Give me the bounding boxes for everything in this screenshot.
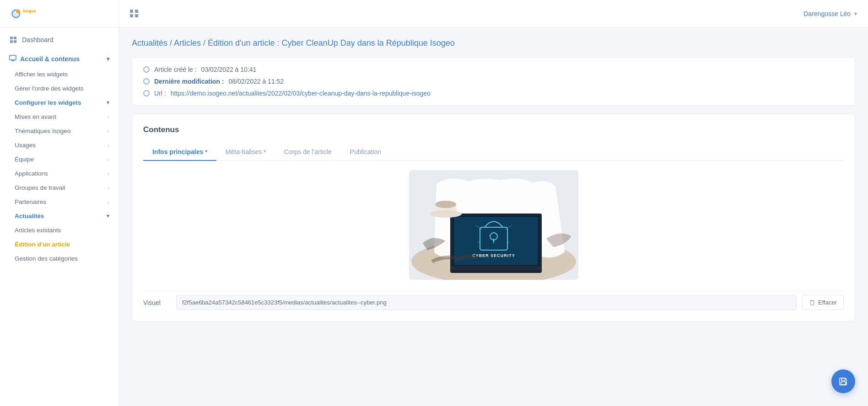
save-fab-button[interactable] (831, 369, 855, 393)
tab-meta-balises[interactable]: Méta-balises * (216, 144, 275, 161)
sidebar-item-usages[interactable]: Usages › (0, 138, 119, 152)
svg-rect-4 (10, 37, 13, 39)
required-star: * (205, 149, 207, 155)
logo-area: isogeo (0, 0, 119, 27)
chevron-right-icon: › (108, 199, 109, 205)
sidebar-item-equipe[interactable]: Équipe › (0, 152, 119, 166)
modified-label: Dernière modification : (154, 78, 224, 85)
sidebar-item-dashboard-label: Dashboard (22, 36, 54, 43)
sidebar-item-gestion-categories[interactable]: Gestion des catégories (0, 251, 119, 266)
sidebar-item-edition-article[interactable]: Édition d'un article (0, 237, 119, 251)
sidebar-item-articles-existants[interactable]: Articles existants (0, 223, 119, 237)
content-card: Contenus Infos principales * Méta-balise… (132, 114, 855, 321)
chevron-down-icon: ▾ (107, 56, 109, 62)
topbar-left (130, 10, 138, 18)
save-icon (838, 376, 848, 386)
cyber-image-svg: CYBER SECURITY (409, 170, 578, 280)
chevron-right-icon: › (108, 143, 109, 148)
svg-rect-9 (11, 60, 14, 61)
user-chevron-icon[interactable]: ▾ (854, 11, 857, 17)
svg-rect-6 (10, 40, 13, 43)
circle-icon (143, 66, 150, 73)
effacer-button[interactable]: Effacer (802, 295, 844, 310)
tabs-bar: Infos principales * Méta-balises * Corps… (143, 144, 844, 161)
isogeo-logo: isogeo (9, 5, 50, 22)
breadcrumb: Actualités / Articles / Édition d'un art… (132, 38, 855, 48)
info-row-created: Article créé le : 03/02/2022 à 10:41 (143, 66, 844, 73)
content-card-title: Contenus (143, 125, 844, 134)
sidebar-item-partenaires[interactable]: Partenaires › (0, 195, 119, 209)
sidebar: isogeo Dashboard Accueil & contenus ▾ Af… (0, 0, 119, 406)
required-star: * (264, 149, 266, 155)
article-url-link[interactable]: https://demo.isogeo.net/actualites/2022/… (171, 90, 431, 97)
svg-rect-7 (14, 40, 16, 43)
modified-date: 08/02/2022 à 11:52 (228, 78, 284, 85)
chevron-right-icon: › (108, 171, 109, 176)
sidebar-item-accueil[interactable]: Accueil & contenus ▾ (0, 50, 119, 67)
chevron-right-icon: › (108, 157, 109, 162)
article-image: CYBER SECURITY (409, 170, 578, 280)
sidebar-item-groupes[interactable]: Groupes de travail › (0, 181, 119, 195)
chevron-right-icon: › (108, 185, 109, 191)
topbar-right: Darengosse Léo ▾ (803, 10, 857, 17)
sidebar-item-accueil-label: Accueil & contenus (20, 55, 80, 63)
sidebar-navigation: Dashboard Accueil & contenus ▾ Afficher … (0, 27, 119, 271)
main-area: Darengosse Léo ▾ Actualités / Articles /… (119, 0, 868, 406)
svg-rect-5 (14, 37, 16, 39)
url-label: Url : (154, 90, 166, 97)
tab-publication[interactable]: Publication (341, 144, 391, 161)
sidebar-item-applications[interactable]: Applications › (0, 166, 119, 181)
chevron-right-icon: › (108, 128, 109, 134)
info-card: Article créé le : 03/02/2022 à 10:41 Der… (132, 57, 855, 106)
svg-text:CYBER SECURITY: CYBER SECURITY (472, 253, 515, 258)
trash-icon (809, 299, 815, 306)
sidebar-item-dashboard[interactable]: Dashboard (0, 31, 119, 48)
dashboard-icon (9, 36, 17, 44)
svg-text:isogeo: isogeo (22, 8, 36, 13)
svg-rect-8 (10, 55, 16, 60)
monitor-icon (9, 54, 16, 63)
svg-point-28 (435, 201, 456, 208)
info-row-modified: Dernière modification : 08/02/2022 à 11:… (143, 78, 844, 85)
circle-icon (143, 90, 150, 96)
visuel-label: Visuel (143, 299, 171, 306)
created-label: Article créé le : (154, 66, 197, 73)
grid-icon[interactable] (130, 10, 138, 18)
sidebar-item-actualites[interactable]: Actualités ▾ (0, 209, 119, 223)
topbar: Darengosse Léo ▾ (119, 0, 868, 27)
sidebar-item-gerer-widgets[interactable]: Gérer l'ordre des widgets (0, 81, 119, 96)
chevron-right-icon: › (108, 114, 109, 120)
svg-rect-25 (455, 267, 537, 269)
svg-point-2 (16, 10, 20, 13)
created-date: 03/02/2022 à 10:41 (201, 66, 257, 73)
svg-rect-30 (841, 378, 845, 380)
sidebar-item-configurer-widgets[interactable]: Configurer les widgets ▾ (0, 96, 119, 110)
user-name[interactable]: Darengosse Léo (803, 10, 851, 17)
info-row-url: Url : https://demo.isogeo.net/actualites… (143, 90, 844, 97)
sidebar-item-mises-en-avant[interactable]: Mises en avant › (0, 110, 119, 124)
tab-infos-principales[interactable]: Infos principales * (143, 144, 216, 161)
content-area: Actualités / Articles / Édition d'un art… (119, 27, 868, 406)
sidebar-item-afficher-widgets[interactable]: Afficher les widgets (0, 67, 119, 81)
chevron-down-icon-configurer: ▾ (107, 100, 109, 106)
visuel-row: Visuel f2f5ae6ba24a57342c58461e5c3323f5/… (143, 291, 844, 310)
sidebar-item-thematiques[interactable]: Thématiques Isogeo › (0, 124, 119, 138)
nav-section-accueil: Accueil & contenus ▾ Afficher les widget… (0, 48, 119, 267)
tab-corps-article[interactable]: Corps de l'article (275, 144, 341, 161)
visuel-input[interactable]: f2f5ae6ba24a57342c58461e5c3323f5/medias/… (176, 295, 797, 310)
chevron-down-icon-actualites: ▾ (107, 213, 109, 219)
svg-rect-31 (841, 382, 846, 385)
article-image-container: CYBER SECURITY (143, 170, 844, 280)
circle-icon (143, 78, 150, 85)
svg-point-29 (430, 210, 462, 218)
effacer-label: Effacer (818, 299, 837, 306)
